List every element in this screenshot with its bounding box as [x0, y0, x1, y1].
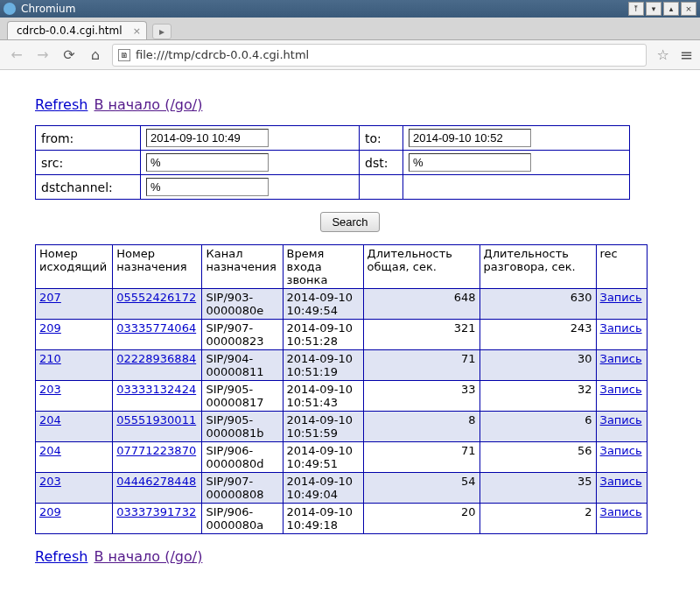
- dst-link[interactable]: 03337391732: [116, 505, 196, 518]
- cell-dur-total: 54: [363, 473, 480, 504]
- src-link[interactable]: 209: [39, 321, 61, 335]
- home-button[interactable]: ⌂: [86, 46, 105, 65]
- dstchannel-label: dstchannel:: [36, 175, 141, 200]
- src-input[interactable]: [146, 153, 269, 172]
- results-table: Номер исходящий Номер назначения Канал н…: [35, 244, 648, 534]
- cell-dur-total: 20: [363, 504, 480, 534]
- menu-icon[interactable]: ≡: [680, 46, 693, 64]
- col-dur-talk: Длительность разговора, сек.: [480, 245, 596, 289]
- cell-dur-talk: 6: [480, 412, 596, 442]
- rec-link[interactable]: Запись: [600, 413, 642, 426]
- refresh-link-bottom[interactable]: Refresh: [35, 548, 88, 565]
- forward-button[interactable]: →: [33, 46, 52, 65]
- window-pin-button[interactable]: ⤒: [628, 2, 644, 16]
- cell-chan: SIP/903-0000080e: [202, 289, 283, 320]
- dst-link[interactable]: 05552426172: [116, 291, 196, 304]
- table-row: 20304446278448SIP/907-000008082014-09-10…: [36, 473, 648, 504]
- table-row: 20903335774064SIP/907-000008232014-09-10…: [36, 320, 648, 350]
- back-button[interactable]: ←: [7, 46, 26, 65]
- browser-toolbar: ← → ⟳ ⌂ 🗎 file:///tmp/cdrcb-0.0.4.cgi.ht…: [0, 40, 700, 70]
- top-links: Refresh В начало (/go/): [35, 96, 665, 113]
- cell-time: 2014-09-10 10:51:43: [283, 381, 363, 412]
- rec-link[interactable]: Запись: [600, 321, 642, 335]
- window-maximize-button[interactable]: ▴: [663, 2, 679, 16]
- cell-chan: SIP/907-00000808: [202, 473, 283, 504]
- dst-link[interactable]: 02228936884: [116, 352, 196, 365]
- filter-table: from: to: src: dst: dstchannel:: [35, 125, 630, 200]
- rec-link[interactable]: Запись: [600, 475, 642, 488]
- address-bar[interactable]: 🗎 file:///tmp/cdrcb-0.0.4.cgi.html: [112, 44, 647, 67]
- window-titlebar: Chromium ⤒ ▾ ▴ ×: [0, 0, 700, 18]
- page-content: Refresh В начало (/go/) from: to: src: d…: [0, 70, 700, 592]
- rec-link[interactable]: Запись: [600, 505, 642, 518]
- rec-link[interactable]: Запись: [600, 383, 642, 396]
- cell-dur-talk: 30: [480, 350, 596, 381]
- tab-close-icon[interactable]: ×: [133, 25, 141, 37]
- window-close-button[interactable]: ×: [681, 2, 696, 16]
- file-icon: 🗎: [118, 49, 130, 61]
- dst-link[interactable]: 03335774064: [116, 321, 196, 335]
- cell-dur-talk: 32: [480, 381, 596, 412]
- col-dur-total: Длительность общая, сек.: [363, 245, 480, 289]
- cell-dur-total: 71: [363, 350, 480, 381]
- rec-link[interactable]: Запись: [600, 352, 642, 365]
- tab-title: cdrcb-0.0.4.cgi.html: [17, 25, 122, 37]
- new-tab-button[interactable]: ▸: [152, 24, 172, 39]
- cell-dur-talk: 630: [480, 289, 596, 320]
- col-dst: Номер назначения: [113, 245, 202, 289]
- cell-dur-total: 648: [363, 289, 480, 320]
- browser-tab[interactable]: cdrcb-0.0.4.cgi.html ×: [7, 21, 147, 39]
- src-link[interactable]: 204: [39, 413, 61, 426]
- rec-link[interactable]: Запись: [600, 444, 642, 457]
- from-input[interactable]: [146, 129, 269, 147]
- cell-time: 2014-09-10 10:49:04: [283, 473, 363, 504]
- from-label: from:: [36, 126, 141, 151]
- src-link[interactable]: 207: [39, 291, 61, 304]
- search-button[interactable]: Search: [320, 212, 379, 232]
- rec-link[interactable]: Запись: [600, 291, 642, 304]
- cell-time: 2014-09-10 10:51:59: [283, 412, 363, 442]
- refresh-link[interactable]: Refresh: [35, 96, 88, 113]
- src-link[interactable]: 210: [39, 352, 61, 365]
- dst-label: dst:: [360, 151, 403, 175]
- dst-link[interactable]: 07771223870: [116, 444, 196, 457]
- src-link[interactable]: 203: [39, 475, 61, 488]
- cell-dur-talk: 2: [480, 504, 596, 534]
- src-link[interactable]: 204: [39, 444, 61, 457]
- table-row: 20303333132424SIP/905-000008172014-09-10…: [36, 381, 648, 412]
- cell-time: 2014-09-10 10:49:18: [283, 504, 363, 534]
- col-chan: Канал назначения: [202, 245, 283, 289]
- src-link[interactable]: 203: [39, 383, 61, 396]
- window-minimize-button[interactable]: ▾: [646, 2, 662, 16]
- cell-dur-total: 33: [363, 381, 480, 412]
- table-row: 21002228936884SIP/904-000008112014-09-10…: [36, 350, 648, 381]
- table-row: 20705552426172SIP/903-0000080e2014-09-10…: [36, 289, 648, 320]
- reload-button[interactable]: ⟳: [60, 46, 79, 65]
- tab-strip: cdrcb-0.0.4.cgi.html × ▸: [0, 18, 700, 40]
- dst-link[interactable]: 03333132424: [116, 383, 196, 396]
- cell-chan: SIP/905-00000817: [202, 381, 283, 412]
- home-link[interactable]: В начало (/go/): [94, 96, 203, 113]
- bottom-links: Refresh В начало (/go/): [35, 548, 665, 565]
- cell-chan: SIP/906-0000080d: [202, 442, 283, 473]
- cell-time: 2014-09-10 10:51:28: [283, 320, 363, 350]
- home-link-bottom[interactable]: В начало (/go/): [94, 548, 203, 565]
- cell-dur-total: 71: [363, 442, 480, 473]
- cell-time: 2014-09-10 10:51:19: [283, 350, 363, 381]
- table-row: 20407771223870SIP/906-0000080d2014-09-10…: [36, 442, 648, 473]
- dst-input[interactable]: [409, 153, 531, 172]
- dstchannel-input[interactable]: [146, 178, 269, 196]
- col-time: Время входа звонка: [283, 245, 363, 289]
- table-row: 20903337391732SIP/906-0000080a2014-09-10…: [36, 504, 648, 534]
- bookmark-icon[interactable]: ☆: [657, 46, 669, 63]
- cell-chan: SIP/906-0000080a: [202, 504, 283, 534]
- table-row: 20405551930011SIP/905-0000081b2014-09-10…: [36, 412, 648, 442]
- cell-time: 2014-09-10 10:49:51: [283, 442, 363, 473]
- dst-link[interactable]: 05551930011: [116, 413, 196, 426]
- cell-chan: SIP/905-0000081b: [202, 412, 283, 442]
- cell-dur-talk: 35: [480, 473, 596, 504]
- window-title: Chromium: [21, 3, 628, 15]
- dst-link[interactable]: 04446278448: [116, 475, 196, 488]
- to-input[interactable]: [409, 129, 531, 147]
- src-link[interactable]: 209: [39, 505, 61, 518]
